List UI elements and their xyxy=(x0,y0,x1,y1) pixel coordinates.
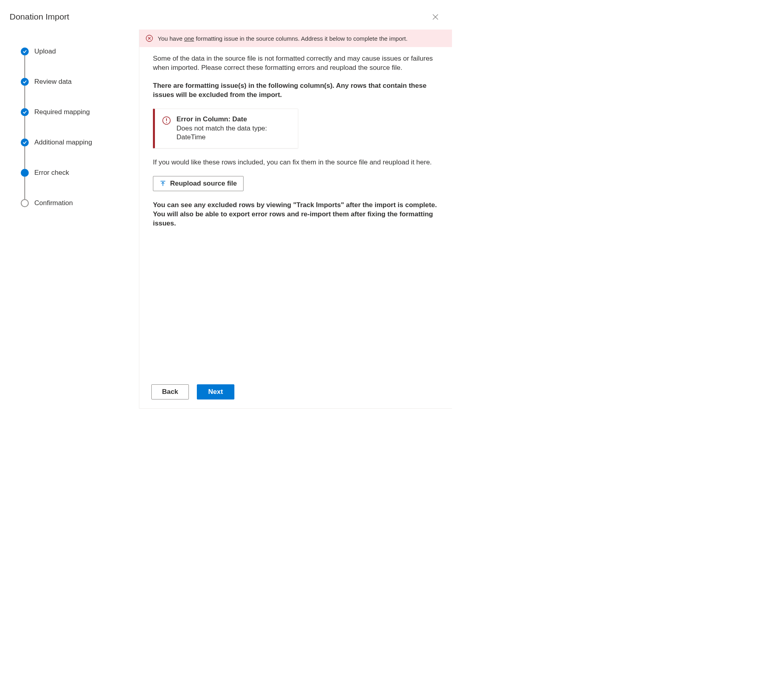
step-label: Confirmation xyxy=(34,199,73,207)
check-icon xyxy=(22,49,27,54)
alert-suffix: formatting issue in the source columns. … xyxy=(194,35,407,42)
step-label: Review data xyxy=(34,78,72,86)
error-card-description: Does not match the data type: DateTime xyxy=(176,124,291,142)
step-review-data[interactable]: Review data xyxy=(21,78,129,86)
check-icon xyxy=(22,110,27,115)
fix-hint-text: If you would like these rows included, y… xyxy=(153,158,440,167)
check-icon xyxy=(22,140,27,145)
step-marker-current xyxy=(21,169,29,177)
step-marker-completed xyxy=(21,138,29,146)
reupload-button[interactable]: Reupload source file xyxy=(153,176,244,191)
main-panel: You have one formatting issue in the sou… xyxy=(139,30,452,409)
alert-banner: You have one formatting issue in the sou… xyxy=(139,30,452,47)
dialog-body: Upload Review data Required mapping xyxy=(0,30,452,409)
step-label: Upload xyxy=(34,47,56,55)
page-title: Donation Import xyxy=(10,12,69,22)
error-circle-icon xyxy=(146,35,153,42)
stepper: Upload Review data Required mapping xyxy=(0,30,139,409)
issues-heading: There are formatting issue(s) in the fol… xyxy=(153,81,440,100)
step-upload[interactable]: Upload xyxy=(21,47,129,55)
warning-circle-icon xyxy=(162,116,171,125)
step-label: Error check xyxy=(34,169,69,177)
step-connector xyxy=(24,146,25,169)
step-label: Additional mapping xyxy=(34,138,92,146)
alert-text: You have one formatting issue in the sou… xyxy=(158,35,408,42)
step-connector xyxy=(24,55,25,78)
track-hint-text: You can see any excluded rows by viewing… xyxy=(153,201,440,228)
reupload-label: Reupload source file xyxy=(170,180,237,188)
step-connector xyxy=(24,177,25,199)
step-error-check[interactable]: Error check xyxy=(21,169,129,177)
step-label: Required mapping xyxy=(34,108,90,116)
back-button[interactable]: Back xyxy=(151,384,189,399)
step-additional-mapping[interactable]: Additional mapping xyxy=(21,138,129,146)
error-card-body: Error in Column: Date Does not match the… xyxy=(176,115,291,142)
error-card-title: Error in Column: Date xyxy=(176,115,291,123)
alert-prefix: You have xyxy=(158,35,184,42)
step-marker-completed xyxy=(21,47,29,55)
donation-import-dialog: Donation Import Upload Review data xyxy=(0,0,452,409)
step-required-mapping[interactable]: Required mapping xyxy=(21,108,129,116)
step-connector xyxy=(24,86,25,108)
upload-icon xyxy=(160,180,166,187)
step-marker-pending xyxy=(21,199,29,207)
step-connector xyxy=(24,116,25,138)
close-button[interactable] xyxy=(430,11,441,22)
footer: Back Next xyxy=(139,376,452,408)
step-marker-completed xyxy=(21,78,29,86)
close-icon xyxy=(432,14,438,20)
svg-point-3 xyxy=(166,122,167,123)
content-area: Some of the data in the source file is n… xyxy=(139,47,452,376)
step-confirmation: Confirmation xyxy=(21,199,129,207)
step-marker-completed xyxy=(21,108,29,116)
next-button[interactable]: Next xyxy=(197,384,234,399)
error-card-icon-wrap xyxy=(162,116,171,142)
check-icon xyxy=(22,79,27,84)
dialog-header: Donation Import xyxy=(0,0,452,30)
error-card: Error in Column: Date Does not match the… xyxy=(153,109,298,148)
intro-text: Some of the data in the source file is n… xyxy=(153,54,440,73)
alert-count: one xyxy=(184,35,194,42)
